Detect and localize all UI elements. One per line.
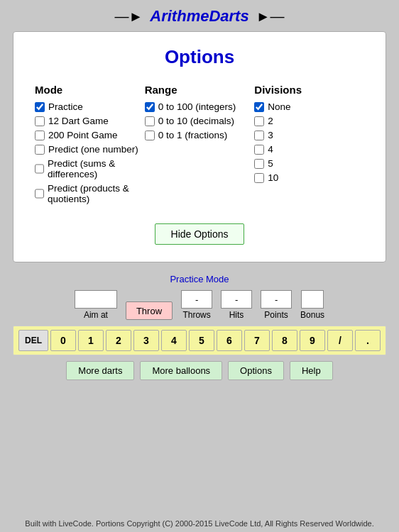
options-panel: Options Mode Practice 12 Dart Game 200 P… <box>13 31 386 262</box>
div-none-checkbox[interactable] <box>254 102 264 112</box>
app-header: ―► ArithmeDarts ►― <box>0 0 399 31</box>
div-3-checkbox[interactable] <box>254 131 264 140</box>
mode-practice-checkbox[interactable] <box>35 102 45 112</box>
mode-predict-sums[interactable]: Predict (sums & differences) <box>35 158 145 179</box>
footer: Built with LiveCode. Portions Copyright … <box>0 519 399 528</box>
bonus-label: Bonus <box>300 310 324 320</box>
throws-input[interactable] <box>181 290 212 309</box>
mode-12dart[interactable]: 12 Dart Game <box>35 116 145 126</box>
points-input[interactable] <box>261 290 292 309</box>
mode-practice-label: Practice <box>48 101 83 112</box>
div-5[interactable]: 5 <box>254 158 364 169</box>
div-4-checkbox[interactable] <box>254 145 264 155</box>
range-0-100-checkbox[interactable] <box>145 102 155 112</box>
key-6[interactable]: 6 <box>217 330 242 351</box>
key-2[interactable]: 2 <box>106 330 131 351</box>
div-2-checkbox[interactable] <box>254 116 264 126</box>
aim-at-label: Aim at <box>84 310 108 320</box>
more-darts-button[interactable]: More darts <box>66 361 134 380</box>
range-0-10[interactable]: 0 to 10 (decimals) <box>145 116 255 126</box>
div-3[interactable]: 3 <box>254 130 364 140</box>
mode-column: Mode Practice 12 Dart Game 200 Point Gam… <box>35 84 145 208</box>
div-10-label: 10 <box>268 172 278 183</box>
key-9[interactable]: 9 <box>300 330 325 351</box>
help-button[interactable]: Help <box>290 361 333 380</box>
practice-section: Practice Mode Aim at Throw Throws Hits P… <box>0 270 399 320</box>
mode-predict-sums-label: Predict (sums & differences) <box>48 158 145 179</box>
mode-200point[interactable]: 200 Point Game <box>35 130 145 140</box>
range-0-1[interactable]: 0 to 1 (fractions) <box>145 130 255 140</box>
hits-label: Hits <box>229 310 244 320</box>
key-1[interactable]: 1 <box>78 330 104 351</box>
range-0-100-label: 0 to 100 (integers) <box>158 101 236 112</box>
numpad-row: DEL 0 1 2 3 4 5 6 7 8 9 / . <box>13 326 386 355</box>
div-2[interactable]: 2 <box>254 116 364 126</box>
bottom-buttons: More darts More balloons Options Help <box>13 361 386 380</box>
div-10[interactable]: 10 <box>254 172 364 183</box>
range-0-100[interactable]: 0 to 100 (integers) <box>145 101 255 112</box>
aim-at-input[interactable] <box>75 290 117 309</box>
key-slash[interactable]: / <box>327 330 353 351</box>
range-0-10-checkbox[interactable] <box>145 116 155 126</box>
mode-predict-one[interactable]: Predict (one number) <box>35 144 145 155</box>
key-3[interactable]: 3 <box>133 330 159 351</box>
mode-12dart-label: 12 Dart Game <box>48 116 109 126</box>
mode-predict-one-checkbox[interactable] <box>35 145 45 155</box>
mode-predict-sums-checkbox[interactable] <box>35 164 44 174</box>
key-8[interactable]: 8 <box>272 330 297 351</box>
div-2-label: 2 <box>268 116 273 126</box>
options-columns: Mode Practice 12 Dart Game 200 Point Gam… <box>35 84 364 208</box>
range-0-1-label: 0 to 1 (fractions) <box>158 130 228 140</box>
div-10-checkbox[interactable] <box>254 173 264 183</box>
key-0[interactable]: 0 <box>50 330 76 351</box>
div-5-label: 5 <box>268 158 273 169</box>
arrow-left-icon: ―► <box>115 9 143 25</box>
range-column: Range 0 to 100 (integers) 0 to 10 (decim… <box>145 84 255 208</box>
key-dot[interactable]: . <box>355 330 381 351</box>
bonus-input[interactable] <box>301 290 324 309</box>
practice-mode-label: Practice Mode <box>13 274 386 284</box>
mode-12dart-checkbox[interactable] <box>35 116 45 126</box>
bonus-group: Bonus <box>300 290 324 320</box>
div-5-checkbox[interactable] <box>254 159 264 169</box>
key-5[interactable]: 5 <box>189 330 214 351</box>
div-4[interactable]: 4 <box>254 144 364 155</box>
throw-button[interactable]: Throw <box>126 301 173 320</box>
mode-practice[interactable]: Practice <box>35 101 145 112</box>
options-title: Options <box>35 46 364 68</box>
div-3-label: 3 <box>268 130 273 140</box>
footer-text: Built with LiveCode. Portions Copyright … <box>25 519 373 528</box>
divisions-column: Divisions None 2 3 4 5 <box>254 84 364 208</box>
div-none[interactable]: None <box>254 101 364 112</box>
mode-predict-products-checkbox[interactable] <box>35 189 44 199</box>
aim-at-group: Aim at <box>75 290 117 320</box>
throws-group: Throws <box>181 290 212 320</box>
options-button[interactable]: Options <box>228 361 284 380</box>
range-0-1-checkbox[interactable] <box>145 131 155 140</box>
mode-predict-products-label: Predict (products & quotients) <box>48 183 145 204</box>
hits-input[interactable] <box>221 290 252 309</box>
del-button[interactable]: DEL <box>18 330 48 351</box>
arrow-right-icon: ►― <box>256 9 285 25</box>
mode-predict-one-label: Predict (one number) <box>48 144 138 155</box>
hide-options-wrap: Hide Options <box>35 223 364 245</box>
div-none-label: None <box>268 101 290 112</box>
divisions-header: Divisions <box>254 84 364 96</box>
points-label: Points <box>264 310 288 320</box>
range-header: Range <box>145 84 255 96</box>
hits-group: Hits <box>221 290 252 320</box>
points-group: Points <box>261 290 292 320</box>
mode-200point-label: 200 Point Game <box>48 130 118 140</box>
mode-predict-products[interactable]: Predict (products & quotients) <box>35 183 145 204</box>
practice-row: Aim at Throw Throws Hits Points Bonus <box>13 290 386 320</box>
mode-200point-checkbox[interactable] <box>35 131 45 140</box>
throws-label: Throws <box>182 310 210 320</box>
mode-header: Mode <box>35 84 145 96</box>
key-4[interactable]: 4 <box>161 330 187 351</box>
div-4-label: 4 <box>268 144 273 155</box>
range-0-10-label: 0 to 10 (decimals) <box>158 116 234 126</box>
more-balloons-button[interactable]: More balloons <box>140 361 222 380</box>
app-title: ArithmeDarts <box>150 7 248 26</box>
hide-options-button[interactable]: Hide Options <box>155 223 245 245</box>
key-7[interactable]: 7 <box>244 330 270 351</box>
